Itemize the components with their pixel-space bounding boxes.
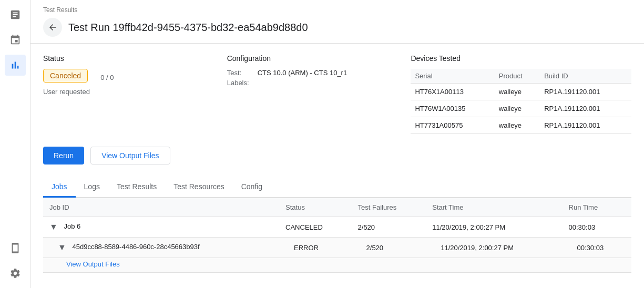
rerun-button[interactable]: Rerun bbox=[43, 147, 84, 164]
sub-job-id-label: 45d9cc88-8589-4486-960c-28c45663b93f bbox=[72, 243, 199, 251]
sidebar-item-analytics[interactable] bbox=[5, 55, 26, 76]
devices-col-product: Product bbox=[495, 69, 540, 84]
action-buttons: Rerun View Output Files bbox=[43, 147, 631, 164]
top-section: Status Canceled 0 / 0 User requested Con… bbox=[43, 54, 631, 134]
devices-table-row: HT7731A00575 walleye RP1A.191120.001 bbox=[411, 117, 631, 134]
devices-section: Devices Tested Serial Product Build ID H… bbox=[411, 54, 631, 134]
jobs-table-row: ▼ Job 6 CANCELED 2/520 11/20/2019, 2:00:… bbox=[43, 217, 631, 238]
status-badge: Canceled bbox=[43, 69, 88, 83]
jobs-sub-row: ▼ 45d9cc88-8589-4486-960c-28c45663b93f E… bbox=[43, 238, 631, 258]
sub-job-id-cell: ▼ 45d9cc88-8589-4486-960c-28c45663b93f bbox=[43, 238, 279, 258]
view-output-cell: View Output Files bbox=[43, 258, 631, 273]
breadcrumb: Test Results bbox=[43, 6, 631, 14]
device-serial: HT76W1A00135 bbox=[411, 100, 494, 117]
jobs-col-runtime: Run Time bbox=[563, 198, 631, 217]
devices-table: Serial Product Build ID HT76X1A00113 wal… bbox=[411, 69, 631, 134]
devices-table-row: HT76X1A00113 walleye RP1A.191120.001 bbox=[411, 84, 631, 100]
main-content: Test Results Test Run 19ffb42d-9455-4375… bbox=[30, 0, 644, 288]
back-button[interactable] bbox=[43, 18, 62, 37]
devices-title: Devices Tested bbox=[411, 54, 631, 63]
config-test-row: Test: CTS 10.0 (ARM) - CTS 10_r1 bbox=[227, 69, 411, 77]
sidebar bbox=[0, 0, 30, 288]
status-section: Status Canceled 0 / 0 User requested bbox=[43, 54, 227, 134]
status-row: Canceled 0 / 0 bbox=[43, 69, 227, 86]
view-output-button[interactable]: View Output Files bbox=[90, 147, 170, 164]
device-build-id: RP1A.191120.001 bbox=[540, 84, 631, 100]
config-labels-row: Labels: bbox=[227, 79, 411, 87]
devices-table-header: Serial Product Build ID bbox=[411, 69, 631, 84]
job-failures: 2/520 bbox=[352, 217, 426, 238]
job-id-label: Job 6 bbox=[64, 222, 80, 230]
device-product: walleye bbox=[495, 84, 540, 100]
view-output-row: View Output Files bbox=[43, 258, 631, 273]
tab-config[interactable]: Config bbox=[233, 177, 271, 198]
device-build-id: RP1A.191120.001 bbox=[540, 100, 631, 117]
config-section: Configuration Test: CTS 10.0 (ARM) - CTS… bbox=[227, 54, 411, 134]
page-title: Test Run 19ffb42d-9455-4375-bd32-ea54ab9… bbox=[68, 22, 308, 34]
device-product: walleye bbox=[495, 117, 540, 134]
config-test-label: Test: bbox=[227, 69, 253, 77]
sidebar-item-settings[interactable] bbox=[5, 263, 26, 284]
job-run-time: 00:30:03 bbox=[563, 217, 631, 238]
devices-table-row: HT76W1A00135 walleye RP1A.191120.001 bbox=[411, 100, 631, 117]
expand-icon[interactable]: ▼ bbox=[49, 222, 58, 231]
config-labels-label: Labels: bbox=[227, 79, 253, 87]
jobs-table: Job ID Status Test Failures Start Time R… bbox=[43, 198, 631, 273]
device-serial: HT7731A00575 bbox=[411, 117, 494, 134]
device-serial: HT76X1A00113 bbox=[411, 84, 494, 100]
devices-col-serial: Serial bbox=[411, 69, 494, 84]
config-title: Configuration bbox=[227, 54, 411, 63]
sub-job-start-time: 11/20/2019, 2:00:27 PM bbox=[426, 238, 562, 258]
job-status: CANCELED bbox=[279, 217, 351, 238]
view-output-files-link[interactable]: View Output Files bbox=[66, 260, 120, 268]
sub-job-status: ERROR bbox=[279, 238, 351, 258]
sidebar-item-test-results[interactable] bbox=[5, 4, 26, 25]
title-row: Test Run 19ffb42d-9455-4375-bd32-ea54ab9… bbox=[43, 18, 631, 43]
tab-test-resources[interactable]: Test Resources bbox=[165, 177, 232, 198]
jobs-table-header: Job ID Status Test Failures Start Time R… bbox=[43, 198, 631, 217]
progress-text: 0 / 0 bbox=[100, 74, 114, 81]
tab-logs[interactable]: Logs bbox=[76, 177, 108, 198]
config-test-value: CTS 10.0 (ARM) - CTS 10_r1 bbox=[258, 69, 347, 77]
jobs-col-status: Status bbox=[279, 198, 351, 217]
content-area: Status Canceled 0 / 0 User requested Con… bbox=[30, 44, 644, 288]
sub-job-run-time: 00:30:03 bbox=[563, 238, 631, 258]
status-sub-label: User requested bbox=[43, 88, 227, 96]
tabs: JobsLogsTest ResultsTest ResourcesConfig bbox=[43, 177, 631, 198]
job-id-cell: ▼ Job 6 bbox=[43, 217, 279, 238]
jobs-col-start: Start Time bbox=[426, 198, 562, 217]
device-product: walleye bbox=[495, 100, 540, 117]
jobs-col-failures: Test Failures bbox=[352, 198, 426, 217]
devices-col-build: Build ID bbox=[540, 69, 631, 84]
expand-icon[interactable]: ▼ bbox=[58, 243, 66, 252]
device-build-id: RP1A.191120.001 bbox=[540, 117, 631, 134]
sidebar-item-devices[interactable] bbox=[5, 238, 26, 259]
sidebar-item-schedule[interactable] bbox=[5, 29, 26, 50]
job-start-time: 11/20/2019, 2:00:27 PM bbox=[426, 217, 562, 238]
tab-jobs[interactable]: Jobs bbox=[43, 177, 76, 198]
tab-test-results[interactable]: Test Results bbox=[108, 177, 165, 198]
jobs-col-id: Job ID bbox=[43, 198, 279, 217]
status-title: Status bbox=[43, 54, 227, 63]
header: Test Results Test Run 19ffb42d-9455-4375… bbox=[30, 0, 644, 44]
sub-job-failures: 2/520 bbox=[352, 238, 426, 258]
